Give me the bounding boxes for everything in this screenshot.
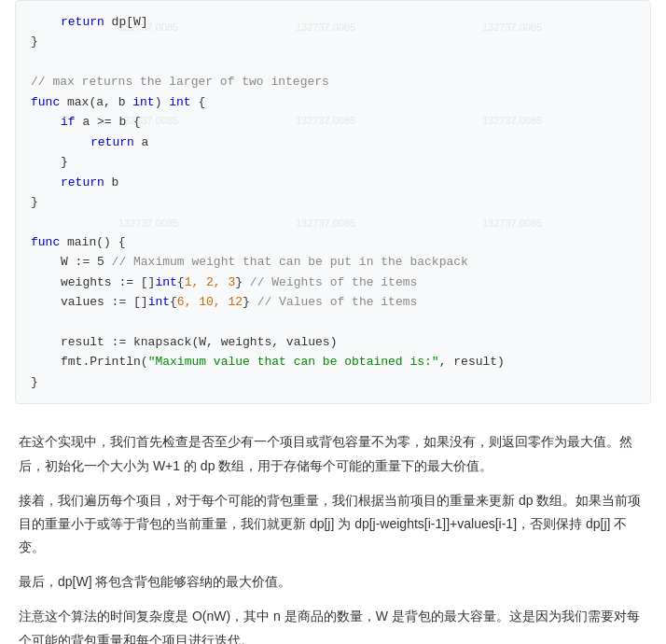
code-line-6: if a >= b {	[61, 112, 635, 132]
code-line-15: values := []int{6, 10, 12} // Values of …	[61, 292, 635, 312]
code-line-5: func max(a, b int) int {	[31, 92, 635, 112]
paragraph-4-text: 注意这个算法的时间复杂度是 O(nW)，其中 n 是商品的数量，W 是背包的最大…	[19, 609, 640, 644]
code-line-16	[31, 313, 635, 332]
code-line-4: // max returns the larger of two integer…	[31, 72, 635, 91]
code-line-12: func main() {	[31, 232, 635, 252]
paragraph-1-text: 在这个实现中，我们首先检查是否至少有一个项目或背包容量不为零，如果没有，则返回零…	[19, 434, 632, 472]
keyword-return-1: return	[61, 15, 104, 29]
code-line-18: fmt.Println("Maximum value that can be o…	[61, 352, 635, 371]
paragraph-1: 在这个实现中，我们首先检查是否至少有一个项目或背包容量不为零，如果没有，则返回零…	[19, 430, 647, 477]
paragraph-2: 接着，我们遍历每个项目，对于每个可能的背包重量，我们根据当前项目的重量来更新 d…	[19, 489, 647, 560]
paragraph-2-text: 接着，我们遍历每个项目，对于每个可能的背包重量，我们根据当前项目的重量来更新 d…	[19, 493, 641, 554]
code-line-1: return dp[W]	[61, 12, 635, 32]
code-line-17: result := knapsack(W, weights, values)	[61, 332, 635, 352]
code-line-8: }	[61, 152, 635, 172]
code-line-7: return a	[90, 133, 635, 152]
code-line-11	[31, 212, 635, 231]
paragraph-3: 最后，dp[W] 将包含背包能够容纳的最大价值。	[19, 570, 647, 594]
code-line-3	[31, 52, 635, 72]
text-section: 在这个实现中，我们首先检查是否至少有一个项目或背包容量不为零，如果没有，则返回零…	[0, 419, 666, 644]
code-line-10: }	[31, 192, 635, 212]
code-line-9: return b	[61, 173, 635, 192]
paragraph-4: 注意这个算法的时间复杂度是 O(nW)，其中 n 是商品的数量，W 是背包的最大…	[19, 605, 647, 644]
code-line-14: weights := []int{1, 2, 3} // Weights of …	[61, 273, 635, 292]
code-line-19: }	[31, 372, 635, 392]
code-line-13: W := 5 // Maximum weight that can be put…	[61, 252, 635, 272]
code-block: 132737.0085 132737.0085 132737.0085 1327…	[15, 0, 651, 404]
page-container: 132737.0085 132737.0085 132737.0085 1327…	[0, 0, 666, 644]
code-line-2: }	[31, 32, 635, 51]
paragraph-3-text: 最后，dp[W] 将包含背包能够容纳的最大价值。	[19, 574, 291, 589]
